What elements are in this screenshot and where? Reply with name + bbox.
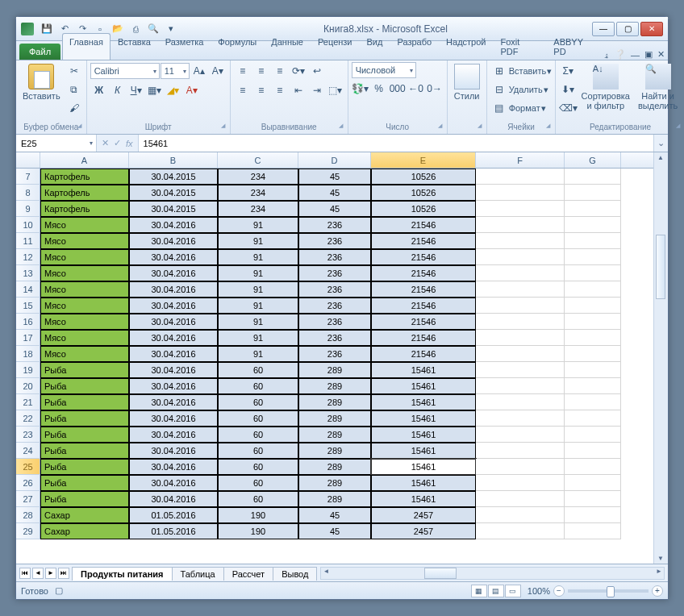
cell-A13[interactable]: Мясо	[40, 265, 129, 281]
row-header-25[interactable]: 25	[16, 459, 40, 475]
cell-F20[interactable]	[476, 378, 565, 394]
cell-D12[interactable]: 236	[298, 249, 371, 265]
cell-G23[interactable]	[565, 427, 621, 443]
cell-G11[interactable]	[565, 233, 621, 249]
orientation-icon[interactable]: ⟳▾	[290, 62, 307, 80]
row-header-28[interactable]: 28	[16, 507, 40, 523]
cells-delete-button[interactable]: ⊟Удалить▾	[490, 81, 548, 98]
sheet-next-icon[interactable]: ►	[45, 568, 56, 579]
page-break-view-icon[interactable]: ▭	[505, 585, 521, 597]
cell-D21[interactable]: 289	[298, 394, 371, 410]
cell-E22[interactable]: 15461	[371, 410, 476, 427]
cell-E7[interactable]: 10526	[371, 169, 476, 185]
accounting-icon[interactable]: 💱▾	[352, 80, 369, 98]
underline-icon[interactable]: Ч▾	[127, 81, 145, 99]
cell-B12[interactable]: 30.04.2016	[129, 249, 218, 265]
cell-G15[interactable]	[565, 298, 621, 314]
increase-indent-icon[interactable]: ⇥	[308, 81, 326, 99]
cell-B9[interactable]: 30.04.2015	[129, 201, 218, 217]
ribbon-tab-3[interactable]: Формулы	[211, 33, 264, 60]
cell-G21[interactable]	[565, 394, 621, 410]
cell-B25[interactable]: 30.04.2016	[129, 459, 218, 475]
zoom-slider[interactable]	[568, 589, 649, 593]
enter-formula-icon[interactable]: ✓	[114, 138, 121, 148]
cell-D13[interactable]: 236	[298, 265, 371, 281]
cell-C28[interactable]: 190	[218, 507, 298, 523]
cell-D20[interactable]: 289	[298, 378, 371, 394]
row-header-24[interactable]: 24	[16, 443, 40, 459]
cell-C23[interactable]: 60	[218, 427, 298, 443]
cell-F26[interactable]	[476, 475, 565, 491]
cell-D29[interactable]: 45	[298, 523, 371, 539]
mdi-restore-icon[interactable]: ▣	[644, 49, 653, 60]
paste-button[interactable]: Вставить	[19, 62, 64, 102]
close-button[interactable]: ✕	[640, 22, 663, 36]
save-icon[interactable]: 💾	[39, 21, 55, 37]
bold-icon[interactable]: Ж	[90, 81, 108, 99]
cell-C12[interactable]: 91	[218, 249, 298, 265]
cell-B11[interactable]: 30.04.2016	[129, 233, 218, 249]
cell-D16[interactable]: 236	[298, 314, 371, 330]
cells-insert-button[interactable]: ⊞Вставить▾	[490, 62, 553, 80]
zoom-in-icon[interactable]: +	[652, 585, 663, 597]
cell-C7[interactable]: 234	[218, 169, 298, 185]
cell-A21[interactable]: Рыба	[40, 394, 129, 410]
cell-F29[interactable]	[476, 523, 565, 539]
col-header-A[interactable]: A	[40, 152, 129, 168]
row-header-26[interactable]: 26	[16, 475, 40, 491]
row-header-23[interactable]: 23	[16, 427, 40, 443]
cell-F14[interactable]	[476, 281, 565, 298]
find-select-button[interactable]: 🔍 Найти и выделить	[634, 62, 682, 112]
cell-F22[interactable]	[476, 410, 565, 427]
cell-E8[interactable]: 10526	[371, 185, 476, 201]
cell-G17[interactable]	[565, 330, 621, 346]
cell-E27[interactable]: 15461	[371, 491, 476, 507]
cell-G12[interactable]	[565, 249, 621, 265]
normal-view-icon[interactable]: ▦	[471, 585, 487, 597]
cell-E29[interactable]: 2457	[371, 523, 476, 539]
cell-B28[interactable]: 01.05.2016	[129, 507, 218, 523]
row-header-29[interactable]: 29	[16, 523, 40, 539]
cell-F15[interactable]	[476, 298, 565, 314]
cell-A12[interactable]: Мясо	[40, 249, 129, 265]
cell-C9[interactable]: 234	[218, 201, 298, 217]
cell-C29[interactable]: 190	[218, 523, 298, 539]
cell-B7[interactable]: 30.04.2015	[129, 169, 218, 185]
italic-icon[interactable]: К	[109, 81, 127, 99]
cell-B15[interactable]: 30.04.2016	[129, 298, 218, 314]
ribbon-minimize-icon[interactable]: ۿ	[604, 50, 610, 60]
cell-E24[interactable]: 15461	[371, 443, 476, 459]
maximize-button[interactable]: ▢	[616, 22, 639, 36]
cell-D7[interactable]: 45	[298, 169, 371, 185]
font-size-combo[interactable]: 11	[161, 63, 190, 79]
ribbon-tab-1[interactable]: Вставка	[111, 33, 158, 60]
name-box[interactable]: E25	[16, 135, 97, 152]
cancel-formula-icon[interactable]: ✕	[102, 138, 109, 148]
vscroll-thumb[interactable]	[656, 235, 665, 299]
col-header-G[interactable]: G	[565, 152, 621, 168]
sheet-prev-icon[interactable]: ◄	[32, 568, 44, 579]
cell-B8[interactable]: 30.04.2015	[129, 185, 218, 201]
cell-A10[interactable]: Мясо	[40, 217, 129, 233]
sheet-first-icon[interactable]: ⏮	[19, 568, 31, 579]
cell-A25[interactable]: Рыба	[40, 459, 129, 475]
cell-F11[interactable]	[476, 233, 565, 249]
cell-G24[interactable]	[565, 443, 621, 459]
cell-B29[interactable]: 01.05.2016	[129, 523, 218, 539]
select-all-corner[interactable]	[16, 152, 40, 168]
cell-A11[interactable]: Мясо	[40, 233, 129, 249]
cell-G18[interactable]	[565, 346, 621, 362]
help-icon[interactable]: ❔	[615, 49, 626, 60]
cell-F23[interactable]	[476, 427, 565, 443]
cell-D11[interactable]: 236	[298, 233, 371, 249]
cell-G9[interactable]	[565, 201, 621, 217]
cell-D17[interactable]: 236	[298, 330, 371, 346]
decrease-font-icon[interactable]: A▾	[209, 62, 227, 80]
sheet-tab-0[interactable]: Продукты питания	[72, 567, 173, 581]
cell-E18[interactable]: 21546	[371, 346, 476, 362]
cell-F21[interactable]	[476, 394, 565, 410]
cell-C24[interactable]: 60	[218, 443, 298, 459]
sheet-tab-3[interactable]: Вывод	[273, 567, 317, 581]
file-tab[interactable]: Файл	[19, 44, 60, 60]
cell-F13[interactable]	[476, 265, 565, 281]
